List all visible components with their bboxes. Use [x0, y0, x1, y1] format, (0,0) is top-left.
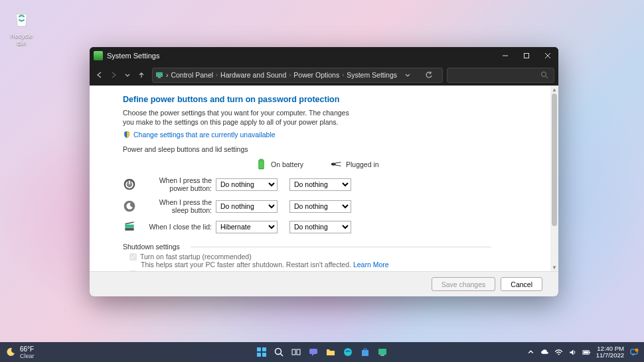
- plugged-select[interactable]: Do nothingSleepHibernateShut down: [289, 178, 351, 191]
- setting-row: When I close the lid:Do nothingSleepHibe…: [123, 220, 521, 233]
- taskbar-explorer[interactable]: [324, 345, 337, 359]
- volume-icon[interactable]: [568, 348, 577, 357]
- taskbar-center: [255, 345, 389, 359]
- section-power-sleep: Power and sleep buttons and lid settings: [123, 145, 521, 153]
- address-bar[interactable]: › Control Panel›Hardware and Sound›Power…: [152, 68, 443, 83]
- breadcrumb-item[interactable]: Control Panel: [171, 71, 213, 79]
- recycle-bin-icon: [9, 5, 35, 30]
- breadcrumb-item[interactable]: Power Options: [293, 71, 339, 79]
- breadcrumb: Control Panel›Hardware and Sound›Power O…: [171, 71, 397, 79]
- scroll-down-icon[interactable]: ▼: [550, 263, 558, 271]
- notifications-icon[interactable]: [629, 347, 639, 357]
- row-icon: [123, 178, 136, 191]
- row-icon: [123, 220, 136, 233]
- minimize-button[interactable]: [495, 47, 516, 64]
- svg-rect-26: [292, 349, 295, 355]
- app-icon: [94, 51, 103, 60]
- breadcrumb-item[interactable]: System Settings: [347, 71, 397, 79]
- svg-rect-9: [260, 159, 264, 160]
- search-icon: [540, 71, 548, 79]
- setting-row: When I press the power button:Do nothing…: [123, 176, 521, 192]
- nav-recent[interactable]: [121, 67, 134, 83]
- column-headers: On battery Plugged in: [123, 158, 521, 170]
- svg-rect-34: [589, 351, 590, 353]
- scroll-up-icon[interactable]: ▲: [550, 86, 558, 93]
- page-title: Define power buttons and turn on passwor…: [123, 95, 521, 104]
- taskbar-app[interactable]: [376, 345, 389, 359]
- svg-rect-21: [262, 347, 266, 351]
- battery-select[interactable]: Do nothingSleepHibernateShut down: [216, 178, 278, 191]
- system-settings-window: System Settings › Control Panel›Hardware…: [90, 47, 558, 296]
- nav-back[interactable]: [94, 67, 106, 83]
- svg-rect-11: [259, 161, 263, 168]
- plugged-select[interactable]: Do nothingSleepHibernateShut down: [289, 200, 351, 213]
- breadcrumb-item[interactable]: Hardware and Sound: [220, 71, 286, 79]
- taskbar-weather[interactable]: 66°F Clear: [0, 345, 80, 359]
- svg-rect-28: [309, 349, 317, 354]
- shutdown-label: Turn on fast startup (recommended): [140, 253, 252, 261]
- svg-rect-0: [17, 11, 25, 13]
- titlebar: System Settings: [90, 47, 558, 64]
- wifi-icon[interactable]: [554, 348, 563, 357]
- svg-rect-32: [380, 355, 384, 356]
- taskbar-store[interactable]: [359, 345, 372, 359]
- navbar: › Control Panel›Hardware and Sound›Power…: [90, 64, 558, 86]
- svg-point-7: [542, 72, 546, 77]
- row-icon: [123, 200, 136, 213]
- nav-forward[interactable]: [108, 67, 120, 83]
- learn-more-link[interactable]: Learn More: [353, 261, 389, 269]
- shutdown-checkbox[interactable]: [129, 253, 137, 261]
- battery-select[interactable]: Do nothingSleepHibernateShut down: [216, 200, 278, 213]
- plugged-select[interactable]: Do nothingSleepHibernateShut down: [289, 221, 351, 233]
- battery-select[interactable]: Do nothingSleepHibernateShut down: [216, 221, 278, 233]
- taskbar-taskview[interactable]: [289, 345, 303, 359]
- refresh-icon[interactable]: [421, 67, 437, 83]
- svg-rect-6: [158, 77, 161, 78]
- svg-rect-23: [262, 353, 266, 357]
- svg-rect-2: [524, 54, 529, 58]
- taskbar-chat[interactable]: [307, 345, 320, 359]
- shutdown-item: Turn on fast startup (recommended) This …: [129, 253, 521, 269]
- svg-rect-27: [297, 349, 300, 355]
- shield-icon: [123, 131, 131, 139]
- svg-rect-17: [125, 228, 133, 231]
- page-desc: Choose the power settings that you want …: [123, 108, 359, 127]
- row-label: When I press the sleep button:: [143, 198, 216, 214]
- content-area: Define power buttons and turn on passwor…: [90, 86, 558, 296]
- recycle-bin[interactable]: Recycle Bin: [7, 5, 37, 46]
- row-label: When I press the power button:: [143, 176, 216, 192]
- taskbar: 66°F Clear 12:40 PM 11/7/2022: [0, 342, 644, 362]
- chevron-down-icon[interactable]: [400, 67, 416, 83]
- scroll-thumb[interactable]: [552, 93, 557, 226]
- save-button[interactable]: Save changes: [432, 277, 496, 291]
- section-shutdown: Shutdown settings: [123, 243, 521, 251]
- svg-rect-20: [257, 347, 261, 351]
- taskbar-clock[interactable]: 12:40 PM 11/7/2022: [596, 345, 624, 359]
- svg-rect-22: [257, 353, 261, 357]
- svg-rect-30: [362, 350, 368, 356]
- maximize-button[interactable]: [516, 47, 537, 64]
- tray-battery-icon[interactable]: [582, 348, 591, 357]
- cancel-button[interactable]: Cancel: [501, 277, 542, 291]
- battery-icon: [256, 158, 267, 170]
- scrollbar[interactable]: ▲ ▼: [550, 86, 558, 271]
- svg-rect-35: [584, 351, 588, 353]
- window-title: System Settings: [107, 52, 495, 60]
- tray-onedrive-icon[interactable]: [540, 348, 549, 357]
- plug-icon: [331, 158, 342, 170]
- svg-rect-31: [378, 349, 386, 355]
- svg-point-24: [276, 349, 282, 355]
- monitor-icon: [155, 71, 163, 79]
- taskbar-search[interactable]: [272, 345, 285, 359]
- change-settings-link[interactable]: Change settings that are currently unava…: [123, 131, 521, 139]
- taskbar-edge[interactable]: [341, 345, 355, 359]
- search-input[interactable]: [447, 68, 554, 83]
- tray-chevron-icon[interactable]: [526, 348, 535, 357]
- svg-point-12: [331, 163, 336, 166]
- nav-up[interactable]: [135, 67, 148, 83]
- svg-rect-19: [125, 225, 133, 228]
- svg-point-37: [635, 349, 639, 352]
- close-button[interactable]: [537, 47, 558, 64]
- shutdown-sub: This helps start your PC faster after sh…: [141, 261, 521, 269]
- start-button[interactable]: [255, 345, 268, 359]
